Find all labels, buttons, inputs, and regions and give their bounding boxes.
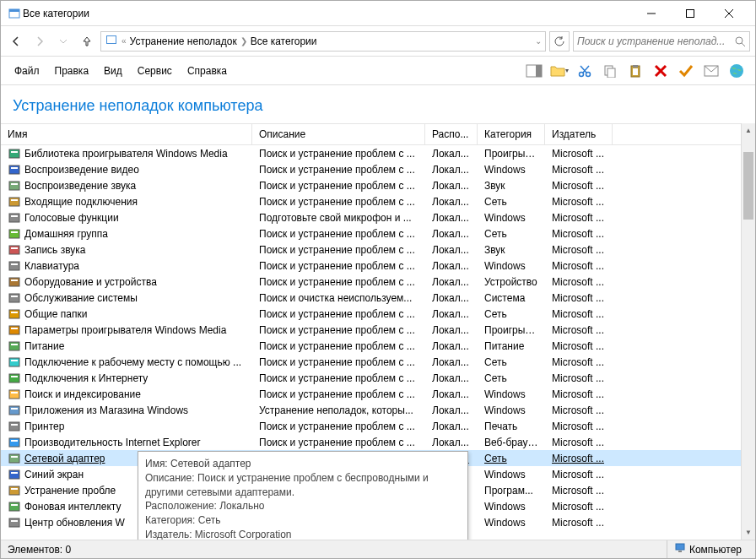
breadcrumb[interactable]: « Устранение неполадок ❯ Все категории ⌄ (100, 31, 546, 52)
table-row[interactable]: Воспроизведение видеоПоиск и устранение … (1, 161, 755, 177)
navbar: « Устранение неполадок ❯ Все категории ⌄ (1, 26, 755, 57)
svg-rect-71 (9, 518, 19, 527)
menu-file[interactable]: Файл (8, 62, 46, 79)
table-row[interactable]: Подключения к ИнтернетуПоиск и устранени… (1, 370, 755, 386)
column-name[interactable]: Имя (1, 124, 252, 144)
refresh-button[interactable] (549, 31, 570, 52)
row-category: Звук (478, 180, 545, 192)
table-row[interactable]: Подключение к рабочему месту с помощью .… (1, 354, 755, 370)
row-publisher: Microsoft ... (545, 372, 613, 384)
search-icon[interactable] (734, 35, 746, 47)
menu-service[interactable]: Сервис (131, 62, 179, 79)
svg-rect-37 (9, 246, 19, 254)
pane-toggle-button[interactable] (522, 59, 546, 83)
svg-line-9 (742, 43, 745, 46)
row-desc: Поиск и устранение проблем с ... (252, 276, 425, 288)
svg-rect-64 (11, 456, 18, 458)
minimize-button[interactable] (632, 1, 671, 26)
table-row[interactable]: Параметры проигрывателя Windows MediaПои… (1, 322, 755, 338)
vertical-scrollbar[interactable]: ▲ ▼ (741, 123, 755, 540)
svg-rect-11 (536, 65, 542, 77)
table-row[interactable]: Оборудование и устройстваПоиск и устране… (1, 274, 755, 290)
mail-button[interactable] (699, 59, 723, 83)
table-row[interactable]: ПитаниеПоиск и устранение проблем с ...Л… (1, 338, 755, 354)
table-row[interactable]: Поиск и индексированиеПоиск и устранение… (1, 386, 755, 402)
svg-rect-73 (676, 544, 684, 550)
table-row[interactable]: Домашняя группаПоиск и устранение пробле… (1, 225, 755, 242)
svg-rect-27 (9, 166, 19, 174)
menu-edit[interactable]: Правка (48, 62, 96, 79)
row-desc: Поиск и устранение проблем с ... (252, 196, 425, 208)
table-row[interactable]: Воспроизведение звукаПоиск и устранение … (1, 177, 755, 193)
row-icon (8, 468, 21, 481)
row-icon (8, 147, 21, 160)
maximize-button[interactable] (671, 1, 710, 26)
globe-button[interactable] (725, 59, 748, 83)
table-row[interactable]: Обслуживание системыПоиск и очистка неис… (1, 290, 755, 306)
row-publisher: Microsoft ... (545, 340, 613, 352)
search-input[interactable] (573, 31, 750, 52)
menu-help[interactable]: Справка (181, 62, 234, 79)
svg-rect-74 (678, 551, 682, 552)
svg-rect-7 (107, 36, 116, 43)
row-location: Локал... (425, 421, 478, 432)
cut-button[interactable] (573, 59, 597, 83)
back-button[interactable] (6, 31, 26, 52)
row-name: Приложения из Магазина Windows (24, 404, 188, 416)
scroll-down-icon[interactable]: ▼ (742, 525, 755, 540)
copy-button[interactable] (598, 59, 622, 83)
svg-rect-36 (11, 231, 18, 233)
row-publisher: Microsoft ... (545, 437, 613, 448)
svg-rect-3 (687, 9, 694, 17)
row-name: Обслуживание системы (24, 292, 138, 304)
up-button[interactable] (77, 31, 97, 52)
delete-button[interactable] (649, 59, 672, 83)
breadcrumb-part[interactable]: Устранение неполадок (130, 35, 237, 47)
row-desc: Поиск и устранение проблем с ... (252, 340, 425, 352)
row-location: Локал... (425, 356, 478, 368)
column-desc[interactable]: Описание (252, 124, 425, 144)
recent-button[interactable] (53, 31, 73, 52)
svg-rect-17 (608, 68, 615, 78)
row-name: Воспроизведение видео (24, 164, 139, 176)
table-row[interactable]: Входящие подключенияПоиск и устранение п… (1, 193, 755, 209)
scroll-up-icon[interactable]: ▲ (742, 123, 755, 138)
table-row[interactable]: Запись звукаПоиск и устранение проблем с… (1, 242, 755, 258)
table-row[interactable]: Голосовые функцииПодготовьте свой микроф… (1, 209, 755, 225)
search-field[interactable] (577, 35, 734, 47)
row-publisher: Microsoft ... (545, 453, 613, 464)
table-row[interactable]: ПринтерПоиск и устранение проблем с ...Л… (1, 418, 755, 434)
row-desc: Поиск и устранение проблем с ... (252, 148, 425, 160)
forward-button[interactable] (30, 31, 50, 52)
scrollbar-thumb[interactable] (743, 152, 753, 220)
table-row[interactable]: Производительность Internet ExplorerПоис… (1, 434, 755, 450)
row-category: Проигрыв... (478, 148, 545, 160)
breadcrumb-part[interactable]: Все категории (251, 35, 317, 47)
tooltip-desc: Описание: Поиск и устранение проблем с б… (145, 471, 461, 500)
svg-rect-19 (633, 65, 638, 68)
table-row[interactable]: Библиотека проигрывателя Windows MediaПо… (1, 145, 755, 161)
row-tooltip: Имя: Сетевой адаптер Описание: Поиск и у… (138, 451, 468, 540)
table-row[interactable]: КлавиатураПоиск и устранение проблем с .… (1, 258, 755, 274)
row-publisher: Microsoft ... (545, 308, 613, 320)
column-location[interactable]: Распо... (425, 124, 478, 144)
row-category: Печать (478, 421, 545, 432)
row-desc: Подготовьте свой микрофон и ... (252, 212, 425, 224)
close-button[interactable] (710, 1, 748, 26)
table-row[interactable]: Приложения из Магазина WindowsУстранение… (1, 402, 755, 418)
row-icon (8, 420, 21, 433)
row-desc: Поиск и устранение проблем с ... (252, 437, 425, 448)
column-category[interactable]: Категория (478, 124, 545, 144)
table-row[interactable]: Общие папкиПоиск и устранение проблем с … (1, 306, 755, 322)
column-publisher[interactable]: Издатель (545, 124, 613, 144)
svg-rect-67 (9, 486, 19, 495)
folder-button[interactable]: ▾ (548, 59, 571, 83)
check-button[interactable] (674, 59, 698, 83)
row-location: Локал... (425, 388, 478, 400)
menu-view[interactable]: Вид (97, 62, 129, 79)
row-name: Запись звука (24, 244, 86, 256)
chevron-down-icon[interactable]: ⌄ (535, 36, 542, 46)
paste-button[interactable] (624, 59, 647, 83)
svg-rect-66 (11, 472, 18, 474)
row-location: Локал... (425, 196, 478, 208)
